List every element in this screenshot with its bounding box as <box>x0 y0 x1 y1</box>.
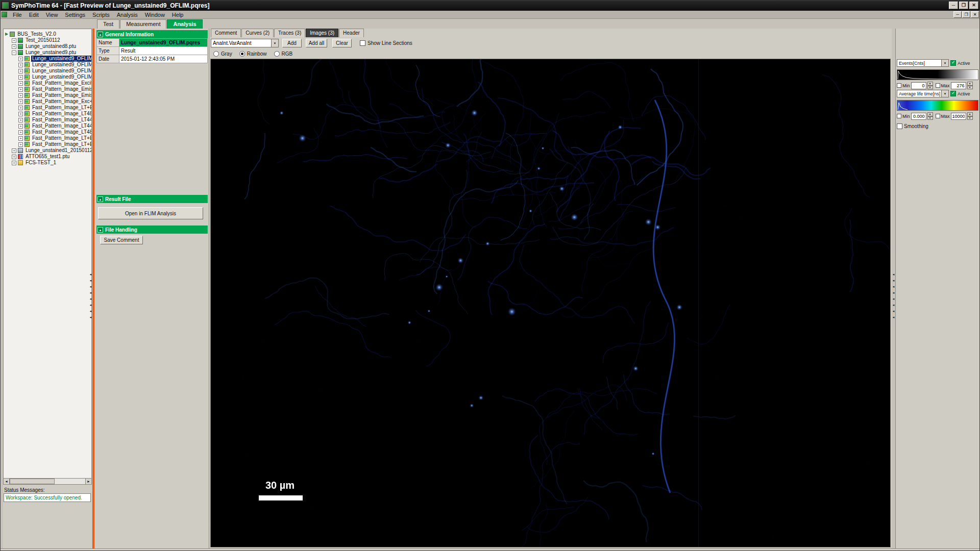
chevron-down-icon[interactable]: ▼ <box>941 60 948 66</box>
tree-item[interactable]: +Fast_Pattern_Image_LT440.p <box>4 117 91 123</box>
tree-item[interactable]: +Fast_Pattern_Image_LT+Exc <box>4 135 91 141</box>
channel2-dropdown[interactable]: Average life time[ns] ▼ <box>897 90 949 97</box>
channel1-dropdown[interactable]: Events[Cnts] ▼ <box>897 59 949 67</box>
minimize-button[interactable]: ─ <box>949 2 958 9</box>
lifetime-gradient[interactable] <box>897 100 978 111</box>
max2-input[interactable] <box>951 113 966 120</box>
scrollbar-thumb[interactable] <box>10 479 55 484</box>
chevron-down-icon[interactable]: ▼ <box>271 39 278 47</box>
tree-item[interactable]: +Lunge_unstained9_OFLIM_3 <box>4 74 91 80</box>
close-button[interactable]: ✕ <box>969 2 978 9</box>
menu-analysis[interactable]: Analysis <box>113 11 141 18</box>
open-in-flim-analysis-button[interactable]: Open in FLIM Analysis <box>98 207 203 219</box>
tree-item[interactable]: +Fast_Pattern_Image_Exc+Em <box>4 98 91 105</box>
min2-stepper[interactable]: ▲▼ <box>927 112 933 120</box>
radio-gray[interactable] <box>213 51 219 57</box>
max1-input[interactable] <box>951 82 966 89</box>
max1-auto-checkbox[interactable] <box>936 83 940 88</box>
expand-icon[interactable]: + <box>18 142 23 147</box>
tree-item[interactable]: +Fast_Pattern_Image_Emission <box>4 92 91 98</box>
tab-comment[interactable]: Comment <box>211 29 241 37</box>
max1-stepper[interactable]: ▲▼ <box>967 82 973 89</box>
collapse-section-icon[interactable]: ▲ <box>97 227 103 233</box>
radio-rgb[interactable] <box>274 51 280 57</box>
expand-icon[interactable]: + <box>18 106 23 110</box>
expand-icon[interactable]: + <box>18 118 23 122</box>
document-window-icon[interactable] <box>2 12 7 17</box>
right-splitter-handle[interactable]: ◄◄◄◄◄◄◄◄ <box>892 273 895 319</box>
general-information-header[interactable]: ▲ General Information <box>96 30 208 38</box>
expand-icon[interactable]: + <box>12 38 16 43</box>
expand-icon[interactable]: + <box>18 99 23 104</box>
max2-stepper[interactable]: ▲▼ <box>967 112 973 120</box>
collapse-section-icon[interactable]: ▲ <box>97 32 103 37</box>
expand-icon[interactable]: + <box>12 148 16 153</box>
expand-icon[interactable]: + <box>18 112 23 116</box>
tab-images-3[interactable]: Images (3) <box>306 29 338 37</box>
image-source-dropdown[interactable]: AnaInt.VarAnaInt ▼ <box>211 39 279 47</box>
menu-window[interactable]: Window <box>141 11 168 18</box>
tree-item[interactable]: +FCS-TEST_1 <box>4 160 91 166</box>
expand-icon[interactable]: + <box>18 81 23 86</box>
menu-view[interactable]: View <box>42 11 62 18</box>
min1-input[interactable] <box>911 82 926 89</box>
chevron-down-icon[interactable]: ▼ <box>941 90 948 97</box>
min2-auto-checkbox[interactable] <box>897 114 901 118</box>
mdi-close-button[interactable]: ✕ <box>971 11 979 18</box>
tree-item[interactable]: +Fast_Pattern_Image_LT485+E <box>4 129 91 135</box>
mdi-minimize-button[interactable]: ─ <box>953 11 962 18</box>
tab-traces-3[interactable]: Traces (3) <box>274 29 305 37</box>
tree-item[interactable]: −Lunge_unstained9.ptu <box>4 49 91 56</box>
expand-icon[interactable]: + <box>18 63 23 67</box>
menu-settings[interactable]: Settings <box>61 11 89 18</box>
flim-image-canvas[interactable] <box>211 59 890 547</box>
smoothing-checkbox[interactable] <box>897 123 902 129</box>
expand-icon[interactable]: + <box>18 93 23 98</box>
add-all-button[interactable]: Add all <box>306 39 327 47</box>
clear-button[interactable]: Clear <box>332 39 352 47</box>
tab-test[interactable]: Test <box>97 19 119 29</box>
expand-icon[interactable]: + <box>18 124 23 129</box>
tree-item[interactable]: +Lunge_unstained9_OFLIM_1 <box>4 62 91 68</box>
tree-item[interactable]: +Test_20150112 <box>4 37 91 43</box>
collapse-icon[interactable]: − <box>12 51 16 55</box>
tree-item[interactable]: +Fast_Pattern_Image_LT+Em_ <box>4 105 91 111</box>
tree-item[interactable]: +Lunge_unstained8.ptu <box>4 43 91 49</box>
intensity-gradient[interactable] <box>897 69 978 80</box>
expand-icon[interactable]: + <box>18 87 23 92</box>
tree-item[interactable]: +Fast_Pattern_Image_Emission <box>4 86 91 92</box>
scrollbar-track[interactable] <box>10 478 85 485</box>
tree-item[interactable]: +Lunge_unstained9_OFLIM.pq <box>4 56 91 62</box>
tree-item[interactable]: +Fast_Pattern_Image_LT485.p <box>4 111 91 117</box>
expand-icon[interactable]: + <box>12 44 16 49</box>
radio-rainbow[interactable] <box>239 51 245 57</box>
min1-auto-checkbox[interactable] <box>897 83 901 88</box>
tab-measurement[interactable]: Measurement <box>120 19 166 29</box>
save-comment-button[interactable]: Save Comment <box>100 236 143 244</box>
tree-item[interactable]: +Lunge_unstained1_20150112_17 <box>4 147 91 154</box>
left-splitter-handle[interactable]: ◄◄◄◄◄◄◄◄ <box>89 273 92 319</box>
menu-edit[interactable]: Edit <box>26 11 42 18</box>
mdi-restore-button[interactable]: ❐ <box>962 11 970 18</box>
expand-icon[interactable]: + <box>12 161 16 165</box>
scroll-left-icon[interactable]: ◄ <box>3 478 10 485</box>
menu-help[interactable]: Help <box>168 11 187 18</box>
result-file-header[interactable]: ▲ Result File <box>96 195 208 203</box>
menu-file[interactable]: File <box>9 11 26 18</box>
file-handling-header[interactable]: ▲ File Handling <box>96 226 208 234</box>
menu-scripts[interactable]: Scripts <box>89 11 113 18</box>
tab-header[interactable]: Header <box>339 29 364 37</box>
expand-icon[interactable]: + <box>18 69 23 73</box>
expand-icon[interactable]: + <box>18 136 23 141</box>
collapse-section-icon[interactable]: ▲ <box>97 196 103 202</box>
tab-analysis[interactable]: Analysis <box>167 19 202 29</box>
expand-icon[interactable]: + <box>18 75 23 80</box>
expand-arrow-icon[interactable]: ▶ <box>5 31 8 37</box>
add-button[interactable]: Add <box>282 39 302 47</box>
tab-curves-2[interactable]: Curves (2) <box>241 29 274 37</box>
show-line-sections-checkbox[interactable] <box>360 40 365 46</box>
channel1-active-checkbox[interactable] <box>950 60 956 66</box>
tree-item[interactable]: +Fast_Pattern_Image_LT+Em+ <box>4 141 91 147</box>
maximize-button[interactable]: ❐ <box>959 2 968 9</box>
max2-auto-checkbox[interactable] <box>936 114 940 118</box>
